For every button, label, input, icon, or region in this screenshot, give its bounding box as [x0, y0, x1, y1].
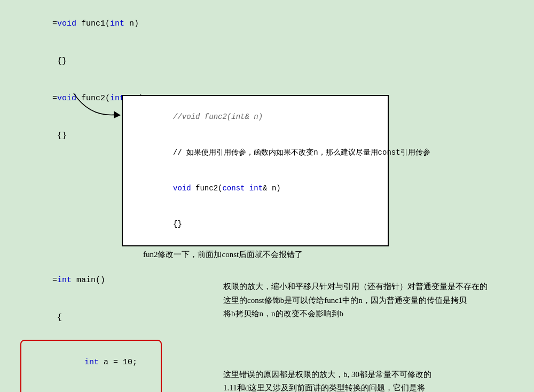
func1-area: =void func1(int n) {} — [4, 5, 530, 80]
func1-body: {} — [4, 43, 116, 80]
right-annotations: 权限的放大，缩小和平移只针对与引用（还有指针）对普通变量是不存在的 这里的con… — [218, 262, 530, 392]
main-left: =int main() { int a = 10; const int b = … — [4, 262, 218, 392]
annotation-func1-line2: 这里的const修饰b是可以传给func1中的n，因为普通变量的传值是拷贝 — [223, 294, 530, 308]
main-container: =void func1(int n) {} =void func2(int& n… — [0, 0, 534, 392]
main-decl: =int main() — [4, 262, 218, 299]
func1-decl: =void func1(int n) — [4, 5, 116, 43]
popup-comment-line: //void func2(int& n) — [128, 99, 382, 135]
inner-box-func1-calls: int a = 10; const int b = 20; func1(a); … — [20, 340, 162, 392]
popup-box: //void func2(int& n) // 如果使用引用传参，函数内如果不改… — [122, 95, 389, 247]
popup-body-line: {} — [128, 206, 382, 242]
func2-popup-area: =void func2(int& n) {} //void func2(int&… — [4, 80, 530, 247]
popup-suggestion-line: // 如果使用引用传参，函数内如果不改变n，那么建议尽量用const引用传参 — [128, 135, 382, 171]
func2-code: =void func2(int& n) {} — [4, 80, 116, 155]
arrow-annotation-row: fun2修改一下，前面加const后面就不会报错了 — [4, 247, 530, 260]
main-open: { — [4, 299, 218, 337]
arrow-spacer — [4, 247, 116, 260]
annotation-func2: 这里错误的原因都是权限的放大，b, 30都是常量不可修改的 1.11和d这里又涉… — [223, 368, 530, 392]
popup-fix-line: void func2(const int& n) — [128, 171, 382, 206]
arrow-svg — [74, 85, 154, 120]
svg-marker-0 — [114, 111, 121, 118]
annotation-func1-line3: 将b拷贝给n，n的改变不会影响到b — [223, 307, 530, 321]
inner1-line1: int a = 10; — [27, 344, 155, 381]
func2-body: {} — [4, 117, 116, 154]
top-section: =void func1(int n) {} =void func2(int& n… — [4, 5, 530, 392]
inner1-line2: const int b = 20; — [27, 381, 155, 392]
annotation-func1: 权限的放大，缩小和平移只针对与引用（还有指针）对普通变量是不存在的 这里的con… — [223, 280, 530, 321]
annotation-func1-line1: 权限的放大，缩小和平移只针对与引用（还有指针）对普通变量是不存在的 — [223, 280, 530, 294]
annotation-func2-line1: 这里错误的原因都是权限的放大，b, 30都是常量不可修改的 — [223, 368, 530, 382]
annotation-func2-line2: 1.11和d这里又涉及到前面讲的类型转换的问题，它们是将 — [223, 381, 530, 392]
arrow-annotation-text: fun2修改一下，前面加const后面就不会报错了 — [143, 247, 303, 260]
func1-code: =void func1(int n) {} — [4, 5, 116, 80]
main-area: =int main() { int a = 10; const int b = … — [4, 262, 530, 392]
